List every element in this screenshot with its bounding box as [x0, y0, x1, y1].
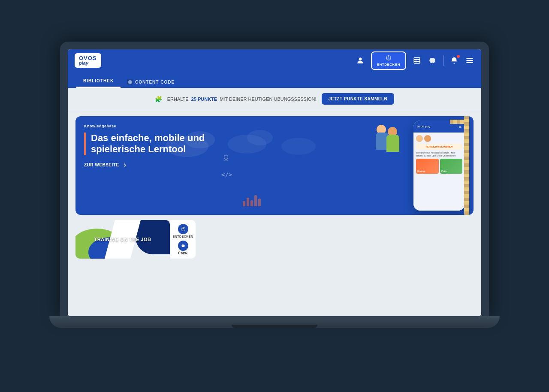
svg-rect-17 — [130, 82, 132, 84]
svg-rect-16 — [128, 82, 130, 84]
laptop-base — [49, 316, 500, 328]
main-content: </> — [68, 110, 481, 316]
logo-text: OVOS play — [79, 55, 97, 66]
brain-small-icon — [181, 243, 186, 248]
svg-point-10 — [431, 58, 434, 60]
hero-link[interactable]: ZUR WEBSEITE — [84, 162, 465, 168]
tab-content-code[interactable]: CONTENT CODE — [121, 76, 181, 88]
entdecken-label: ENTDECKEN — [377, 63, 400, 66]
svg-rect-14 — [128, 80, 130, 82]
secondary-nav: BIBLIOTHEK CONTENT CODE — [68, 72, 481, 88]
table-icon[interactable] — [412, 56, 422, 65]
brain-icon[interactable] — [428, 56, 437, 65]
nav-icons: ENTDECKEN — [356, 51, 474, 70]
training-card-label: TRAINING ON THE JOB — [94, 237, 151, 242]
hero-tag: Knowledgebase — [84, 124, 465, 128]
compass-small-icon — [181, 226, 186, 232]
screen-bezel: OVOS play — [60, 42, 489, 316]
logo-play: play — [79, 61, 97, 66]
svg-marker-3 — [388, 58, 389, 60]
svg-rect-4 — [414, 57, 420, 63]
compass-icon — [386, 55, 392, 62]
bell-icon[interactable] — [449, 56, 459, 65]
notification-dot — [457, 55, 460, 58]
training-card-bg: TRAINING ON THE JOB — [75, 220, 170, 259]
action-ueben[interactable]: ÜBEN — [178, 241, 188, 255]
grid-icon — [127, 79, 133, 84]
svg-point-27 — [183, 244, 184, 247]
arrow-right-icon — [122, 162, 128, 168]
svg-marker-2 — [388, 55, 389, 57]
entdecken-action-icon — [178, 224, 188, 234]
hamburger-icon[interactable] — [465, 56, 474, 65]
hero-title: Das einfache, mobile und spielerische Le… — [84, 133, 221, 155]
training-card: TRAINING ON THE JOB — [75, 220, 196, 259]
ueben-action-label: ÜBEN — [178, 252, 188, 255]
banner-bar: 🧩 ERHALTE 25 PUNKTE MIT DEINER HEUTIGEN … — [68, 88, 481, 110]
nav-divider — [443, 55, 443, 66]
laptop: OVOS play — [49, 42, 500, 350]
svg-point-0 — [359, 57, 362, 60]
training-card-actions: ENTDECKEN — [170, 220, 196, 259]
banner-text: ERHALTE 25 PUNKTE MIT DEINER HEUTIGEN ÜB… — [167, 96, 317, 102]
top-nav: OVOS play — [68, 49, 481, 72]
logo[interactable]: OVOS play — [75, 53, 101, 68]
tab-bibliothek[interactable]: BIBLIOTHEK — [76, 75, 121, 88]
collect-points-button[interactable]: JETZT PUNKTE SAMMELN — [322, 93, 395, 105]
screen: OVOS play — [68, 49, 481, 316]
puzzle-icon: 🧩 — [155, 96, 162, 103]
hero-content: Knowledgebase Das einfache, mobile und s… — [75, 116, 474, 215]
entdecken-button[interactable]: ENTDECKEN — [371, 51, 406, 70]
action-entdecken[interactable]: ENTDECKEN — [172, 224, 193, 238]
action-divider — [174, 239, 192, 239]
entdecken-action-label: ENTDECKEN — [172, 235, 193, 238]
bottom-cards: TRAINING ON THE JOB — [75, 220, 474, 259]
svg-rect-15 — [130, 80, 132, 82]
svg-marker-25 — [183, 227, 184, 229]
app: OVOS play — [68, 49, 481, 316]
user-icon[interactable] — [356, 56, 365, 65]
hero-card: </> — [75, 116, 474, 215]
ueben-action-icon — [178, 241, 188, 251]
